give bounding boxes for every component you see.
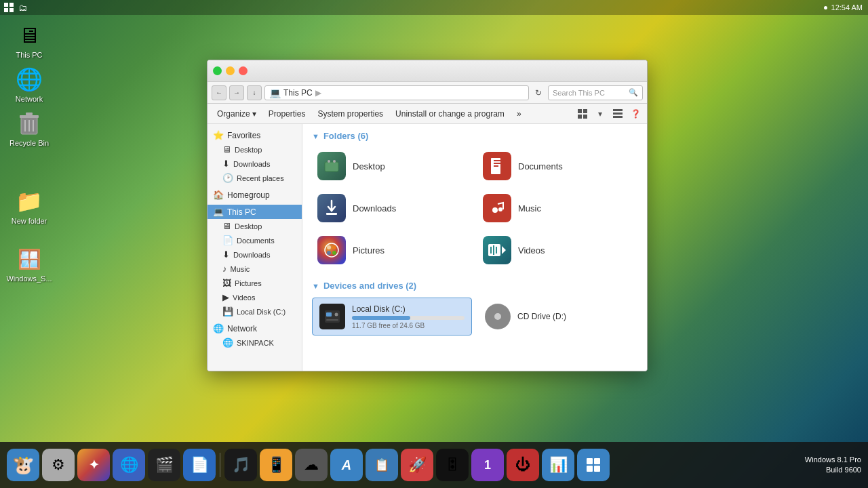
sidebar-network[interactable]: 🌐 Network — [208, 321, 302, 336]
desktop-icon-windows-s[interactable]: 🪟 Windows_S... — [5, 245, 53, 283]
folder-item-desktop[interactable]: Desktop — [312, 148, 472, 184]
sidebar-favorites[interactable]: ⭐ Favorites — [208, 128, 302, 142]
dock-ios[interactable]: 📱 — [260, 449, 292, 481]
homegroup-section: 🏠 Homegroup — [208, 186, 302, 203]
homegroup-icon: 🏠 — [213, 190, 224, 200]
music-folder-icon — [483, 194, 511, 222]
sidebar-local-disk-sub[interactable]: 💾 Local Disk (C:) — [208, 304, 302, 319]
forward-button[interactable]: → — [229, 85, 244, 100]
favorites-section: ⭐ Favorites 🖥 Desktop ⬇ Downloads 🕑 Rece… — [208, 127, 302, 186]
documents-folder-icon — [483, 152, 511, 180]
sidebar-pictures-sub[interactable]: 🖼 Pictures — [208, 276, 302, 290]
folder-taskbar-icon[interactable]: 🗂 — [16, 1, 28, 14]
folder-item-pictures[interactable]: Pictures — [312, 232, 472, 268]
folder-item-music[interactable]: Music — [477, 190, 637, 226]
up-button[interactable]: ↓ — [247, 85, 262, 100]
windows-grid-icon[interactable] — [3, 1, 15, 14]
drive-cd-d[interactable]: CD Drive (D:) — [477, 298, 637, 336]
downloads-folder-icon — [317, 194, 346, 222]
more-button[interactable]: » — [511, 107, 527, 121]
folder-item-downloads[interactable]: Downloads — [312, 190, 472, 226]
svg-rect-1 — [9, 3, 14, 7]
dock-network[interactable]: 🌐 — [113, 449, 145, 481]
organize-chevron-icon: ▾ — [252, 109, 256, 119]
desktop-icon-new-folder[interactable]: 📁 New folder — [5, 188, 53, 225]
dock-stacks[interactable]: 📋 — [366, 449, 398, 481]
minimize-button[interactable] — [226, 66, 235, 75]
sidebar-this-pc[interactable]: 💻 This PC — [208, 205, 302, 219]
sidebar-music-sub[interactable]: ♪ Music — [208, 262, 302, 276]
svg-rect-39 — [326, 319, 338, 321]
dock-oneswitch[interactable]: 1 — [471, 449, 504, 481]
organize-button[interactable]: Organize ▾ — [212, 107, 262, 121]
svg-point-25 — [498, 207, 502, 211]
system-properties-button[interactable]: System properties — [312, 107, 389, 121]
desktop-icon-network[interactable]: 🌐 Network — [5, 66, 53, 103]
svg-rect-15 — [613, 113, 623, 115]
maximize-button[interactable] — [213, 66, 222, 75]
back-button[interactable]: ← — [212, 85, 226, 100]
sidebar-downloads[interactable]: ⬇ Downloads — [208, 157, 302, 171]
dock-launchpad[interactable]: ✦ — [77, 449, 110, 481]
dock-appstore[interactable]: A — [330, 449, 363, 481]
dock-tile-grid[interactable] — [577, 449, 610, 481]
dock-system-prefs[interactable]: ⚙ — [42, 449, 75, 481]
desktop-sub-icon: 🖥 — [222, 221, 231, 231]
downloads-icon: ⬇ — [222, 159, 230, 169]
desktop-icon-recycle-bin[interactable]: Recycle Bin — [5, 110, 53, 147]
address-path[interactable]: 💻 This PC ▶ — [264, 85, 529, 100]
dock-nuage[interactable]: 🎛 — [436, 449, 469, 481]
drive-local-disk-c[interactable]: Local Disk (C:) 11.7 GB free of 24.6 GB — [312, 298, 472, 336]
details-pane-button[interactable] — [610, 106, 625, 121]
svg-rect-11 — [583, 109, 587, 113]
folders-grid: Desktop Documents — [312, 148, 637, 268]
dock-rocket[interactable]: 🚀 — [401, 449, 433, 481]
drive-bar-fill — [352, 316, 410, 320]
dock-music[interactable]: 🎵 — [224, 449, 257, 481]
drive-bar-background — [352, 316, 465, 320]
drives-section-header: ▼ Devices and drives (2) — [312, 281, 637, 291]
help-button[interactable]: ❓ — [628, 106, 643, 121]
folders-arrow-icon: ▼ — [312, 132, 319, 140]
desktop-icon-this-pc[interactable]: 🖥 This PC — [5, 22, 53, 59]
desktop-icon-sidebar: 🖥 — [222, 144, 231, 155]
windows-info: Windows 8.1 Pro Build 9600 — [805, 455, 861, 476]
folder-item-documents[interactable]: Documents — [477, 148, 637, 184]
dock-power[interactable]: ⏻ — [507, 449, 539, 481]
view-chevron-button[interactable]: ▾ — [593, 106, 608, 121]
svg-rect-6 — [26, 113, 33, 115]
sidebar-recent-places[interactable]: 🕑 Recent places — [208, 171, 302, 185]
dock-instruments[interactable]: 📊 — [542, 449, 574, 481]
svg-rect-3 — [9, 8, 14, 12]
search-box[interactable]: Search This PC 🔍 — [548, 85, 643, 100]
dock-icloud[interactable]: ☁ — [295, 449, 328, 481]
sidebar-documents-sub[interactable]: 📄 Documents — [208, 233, 302, 247]
svg-point-27 — [327, 245, 331, 249]
disk-sub-icon: 💾 — [222, 306, 233, 317]
svg-rect-0 — [4, 3, 8, 7]
uninstall-button[interactable]: Uninstall or change a program — [390, 107, 510, 121]
close-button[interactable] — [239, 66, 248, 75]
sidebar-downloads-sub[interactable]: ⬇ Downloads — [208, 247, 302, 262]
view-change-button[interactable] — [575, 106, 590, 121]
sidebar-desktop-sub[interactable]: 🖥 Desktop — [208, 219, 302, 233]
dock-pages[interactable]: 📄 — [183, 449, 216, 481]
sidebar-videos-sub[interactable]: ▶ Videos — [208, 290, 302, 304]
sidebar-desktop[interactable]: 🖥 Desktop — [208, 142, 302, 157]
properties-button[interactable]: Properties — [263, 107, 311, 121]
downloads-sub-icon: ⬇ — [222, 249, 230, 260]
folder-item-videos[interactable]: Videos — [477, 232, 637, 268]
address-pc-icon: 💻 — [269, 87, 281, 98]
taskbar-top-icons: 🗂 — [0, 1, 31, 14]
svg-point-30 — [332, 251, 336, 255]
svg-rect-23 — [494, 165, 498, 167]
refresh-button[interactable]: ↻ — [532, 86, 545, 100]
folders-section-header: ▼ Folders (6) — [312, 131, 637, 141]
dock-finder[interactable]: 🐮 — [7, 449, 39, 481]
sidebar-skinpack[interactable]: 🌐 SKINPACK — [208, 336, 302, 350]
dock-claquette[interactable]: 🎬 — [148, 449, 180, 481]
svg-point-28 — [332, 245, 336, 249]
drives-grid: Local Disk (C:) 11.7 GB free of 24.6 GB … — [312, 298, 637, 336]
cd-center-dot — [494, 313, 501, 320]
sidebar-homegroup[interactable]: 🏠 Homegroup — [208, 188, 302, 202]
